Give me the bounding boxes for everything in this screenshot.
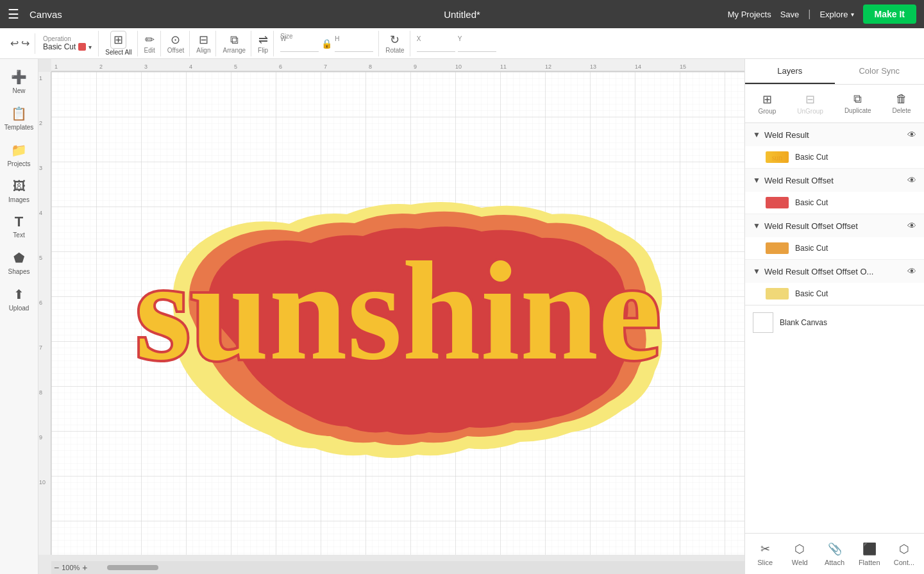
- weld-button[interactable]: ⬡ Weld: [782, 539, 817, 569]
- make-it-button[interactable]: Make It: [863, 4, 916, 24]
- eye-icon[interactable]: 👁: [907, 175, 916, 185]
- eye-icon[interactable]: 👁: [907, 130, 916, 140]
- layer-group-name: Weld Result Offset Offset: [764, 221, 903, 231]
- edit-group: ✏ Edit: [139, 31, 161, 56]
- blank-canvas-section[interactable]: Blank Canvas: [745, 305, 924, 339]
- group-button[interactable]: ⊞ Group: [755, 90, 780, 117]
- sidebar-item-text[interactable]: T Text: [3, 210, 36, 244]
- flip-group: ⇌ Flip: [253, 31, 274, 56]
- flatten-button[interactable]: ⬛ Flatten: [852, 539, 887, 569]
- select-all-group: ⊞ Select All: [100, 31, 137, 56]
- rotate-button[interactable]: ↻: [390, 33, 399, 47]
- x-input[interactable]: [417, 42, 455, 52]
- align-group: ⊟ Align: [191, 31, 216, 56]
- ungroup-icon: ⊟: [805, 92, 815, 106]
- topbar: ☰ Canvas Untitled* My Projects Save | Ex…: [0, 0, 924, 28]
- group-icon: ⊞: [762, 92, 772, 106]
- sunshine-artwork[interactable]: sunshine: [110, 166, 687, 461]
- layer-group-3: ▼ Weld Result Offset Offset 👁 Basic Cut: [745, 214, 924, 260]
- layer-group-header-2[interactable]: ▼ Weld Result Offset 👁: [745, 169, 924, 192]
- rotate-label: Rotate: [385, 47, 404, 54]
- eye-icon[interactable]: 👁: [907, 266, 916, 276]
- save-button[interactable]: Save: [780, 10, 800, 19]
- scrollbar-bottom[interactable]: − 100% +: [51, 561, 744, 574]
- projects-icon: 📁: [11, 142, 27, 158]
- slice-icon: ✂: [760, 542, 770, 556]
- eye-icon[interactable]: 👁: [907, 221, 916, 231]
- zoom-in-button[interactable]: +: [82, 562, 87, 573]
- my-projects-link[interactable]: My Projects: [728, 10, 771, 19]
- delete-button[interactable]: 🗑 Delete: [889, 90, 915, 117]
- arrange-button[interactable]: ⧉: [230, 33, 239, 47]
- rotate-group: ↻ Rotate: [380, 31, 410, 56]
- main-area: ➕ New 📋 Templates 📁 Projects 🖼 Images T …: [0, 59, 924, 574]
- scroll-thumb[interactable]: [107, 565, 158, 570]
- slice-button[interactable]: ✂ Slice: [748, 539, 782, 569]
- sidebar-item-projects[interactable]: 📁 Projects: [3, 137, 36, 173]
- sidebar-item-label: Projects: [7, 160, 30, 167]
- chevron-down-icon[interactable]: ▾: [88, 44, 92, 51]
- layer-group-header-3[interactable]: ▼ Weld Result Offset Offset 👁: [745, 214, 924, 237]
- height-input[interactable]: [335, 42, 373, 52]
- app-name: Canvas: [29, 9, 62, 20]
- sidebar-item-label: Upload: [9, 305, 29, 312]
- layer-item-4[interactable]: Basic Cut: [745, 283, 924, 305]
- delete-icon: 🗑: [896, 92, 907, 106]
- blank-canvas-thumb: [753, 312, 773, 333]
- align-button[interactable]: ⊟: [199, 33, 208, 47]
- sidebar-item-upload[interactable]: ⬆ Upload: [3, 282, 36, 317]
- layer-item-1[interactable]: sun Basic Cut: [745, 146, 924, 168]
- weld-icon: ⬡: [794, 542, 805, 556]
- operation-label: Operation: [43, 35, 92, 42]
- layer-group-header-1[interactable]: ▼ Weld Result 👁: [745, 123, 924, 146]
- sidebar-item-images[interactable]: 🖼 Images: [3, 174, 36, 208]
- flatten-label: Flatten: [859, 559, 880, 566]
- select-all-button[interactable]: ⊞: [110, 31, 126, 49]
- tab-layers[interactable]: Layers: [745, 59, 835, 84]
- grid-canvas[interactable]: sunshine: [51, 72, 744, 555]
- arrange-group: ⧉ Arrange: [217, 31, 251, 56]
- panel-tabs: Layers Color Sync: [745, 59, 924, 85]
- flatten-icon: ⬛: [862, 542, 877, 556]
- undo-button[interactable]: ↩: [10, 37, 19, 49]
- zoom-out-button[interactable]: −: [54, 562, 59, 573]
- lock-icon: 🔒: [321, 38, 332, 49]
- left-sidebar: ➕ New 📋 Templates 📁 Projects 🖼 Images T …: [0, 59, 38, 574]
- layer-item-3[interactable]: Basic Cut: [745, 237, 924, 259]
- y-input[interactable]: [458, 42, 496, 52]
- width-input[interactable]: [280, 42, 319, 52]
- select-all-label: Select All: [105, 49, 131, 56]
- size-group: Size W 🔒 H: [275, 31, 379, 56]
- contour-button[interactable]: ⬡ Cont...: [887, 539, 921, 569]
- menu-icon[interactable]: ☰: [8, 6, 19, 22]
- text-icon: T: [15, 215, 23, 229]
- group-label: Group: [759, 108, 777, 115]
- sidebar-item-shapes[interactable]: ⬟ Shapes: [3, 245, 36, 280]
- layer-name-4: Basic Cut: [795, 289, 828, 298]
- duplicate-button[interactable]: ⧉ Duplicate: [841, 90, 875, 117]
- layer-group-name: Weld Result Offset Offset O...: [764, 267, 903, 276]
- edit-button[interactable]: ✏: [145, 33, 155, 47]
- flip-button[interactable]: ⇌: [258, 33, 268, 47]
- sidebar-item-new[interactable]: ➕ New: [3, 64, 36, 99]
- sidebar-item-label: Shapes: [8, 268, 30, 275]
- offset-group: ⊙ Offset: [162, 31, 190, 56]
- sidebar-item-templates[interactable]: 📋 Templates: [3, 101, 36, 136]
- attach-button[interactable]: 📎 Attach: [817, 539, 852, 569]
- explore-button[interactable]: Explore ▾: [819, 10, 853, 19]
- tab-color-sync[interactable]: Color Sync: [835, 59, 925, 84]
- layer-name-2: Basic Cut: [795, 198, 828, 207]
- edit-label: Edit: [144, 47, 155, 54]
- redo-button[interactable]: ↪: [21, 37, 29, 49]
- layer-group-2: ▼ Weld Result Offset 👁 Basic Cut: [745, 169, 924, 214]
- canvas-area[interactable]: /* ruler marks rendered below */ 1 2 3 4…: [38, 59, 744, 574]
- layer-thumb-3: [766, 242, 789, 254]
- sidebar-item-label: Images: [8, 196, 29, 203]
- ungroup-button[interactable]: ⊟ UnGroup: [793, 90, 827, 117]
- undo-redo-group: ↩ ↪: [5, 33, 35, 54]
- layer-group-name: Weld Result: [764, 130, 903, 140]
- layer-item-2[interactable]: Basic Cut: [745, 192, 924, 214]
- offset-button[interactable]: ⊙: [171, 33, 180, 47]
- layer-group-header-4[interactable]: ▼ Weld Result Offset Offset O... 👁: [745, 260, 924, 283]
- size-label: Size: [280, 33, 292, 40]
